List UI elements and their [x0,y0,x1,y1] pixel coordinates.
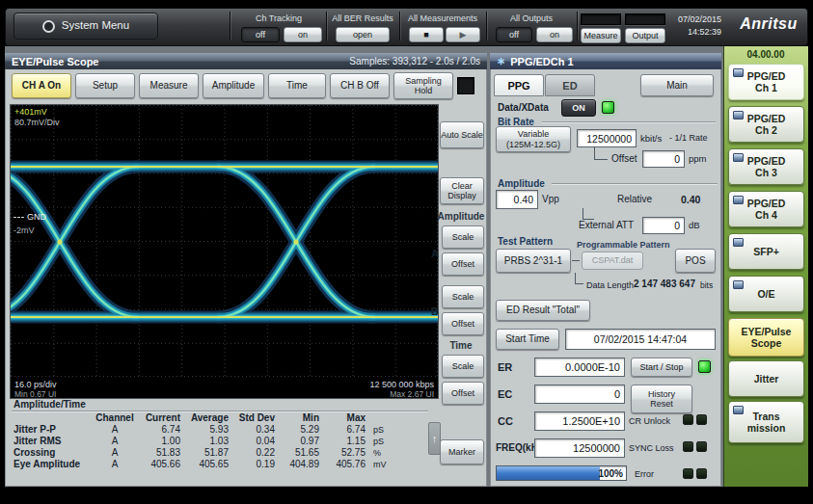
main-button[interactable]: Main [640,74,714,96]
all-outputs-on-button[interactable]: on [536,27,573,42]
scope-volts-per-div-readout: 80.7mV/Div [14,119,60,127]
amplitude-value-field[interactable]: 0.40 [496,190,538,209]
ch-tracking-label: Ch Tracking [235,14,322,23]
all-measurements-stop-button[interactable]: ■ [409,27,444,42]
pattern-file-button[interactable]: CSPAT.dat [582,252,643,270]
er-label: ER [498,362,512,373]
amplitude-unit-label: Vpp [542,195,559,204]
bit-rate-value-field[interactable]: 12500000 [577,129,637,147]
cell: 51.65 [278,448,322,458]
cell: 1.03 [183,437,231,446]
pos-button[interactable]: POS [675,249,716,273]
scope-amplitude-button[interactable]: Amplitude [203,73,264,98]
eye-scope-display: +401mV 80.7mV/Div GND -2mV 16.0 ps/div M… [10,104,439,399]
channel-icon [733,196,744,204]
scope-panel-title: EYE/Pulse Scope [12,56,98,67]
start-stop-button[interactable]: Start / Stop [631,358,692,377]
cc-label: CC [498,416,513,427]
sidebar-item-ppg-ed-ch3[interactable]: PPG/ED Ch 3 [728,148,804,185]
cell: 5.29 [278,425,322,435]
channel-icon [733,68,744,77]
measure-button[interactable]: Measure [581,28,621,43]
all-outputs-off-button[interactable]: off [496,27,532,42]
prbs-pattern-button[interactable]: PRBS 2^31-1 [496,249,571,273]
er-field: 0.0000E-10 [534,358,625,377]
sidebar-item-ppg-ed-ch2[interactable]: PPG/ED Ch 2 [728,106,804,143]
cr-unlock-label: CR Unlock [629,417,670,426]
progress-fill [497,466,600,480]
ber-results-label: All BER Results [328,14,397,23]
history-reset-button[interactable]: History Reset [631,385,692,413]
output-button[interactable]: Output [625,28,665,43]
ch-a-on-button[interactable]: CH A On [12,73,71,98]
eye-diagram [11,105,438,377]
sidebar-item-transmission[interactable]: Trans mission [728,401,804,443]
cell: 405.76 [322,460,368,469]
marker-button[interactable]: Marker [440,439,484,464]
sidebar-item-jitter[interactable]: Jitter [728,360,804,397]
tab-ed[interactable]: ED [545,74,595,96]
ber-results-open-button[interactable]: open [336,27,390,42]
clear-display-button[interactable]: Clear Display [440,177,484,204]
clock-rate-label: - 1/1 Rate [669,134,708,143]
bit-rate-offset-field[interactable]: 0 [642,150,685,168]
auto-scale-button[interactable]: Auto Scale [440,121,484,148]
table-divider [12,411,428,411]
external-att-field[interactable]: 0 [642,217,685,234]
sampling-hold-button[interactable]: Sampling Hold [393,72,453,99]
sidebar-item-oe[interactable]: O/E [728,276,804,312]
sidebar-item-eye-pulse-scope[interactable]: EYE/Pulse Scope [728,318,804,357]
ch-b-off-button[interactable]: CH B Off [330,73,390,98]
sidebar-item-ppg-ed-ch1[interactable]: PPG/ED Ch 1 [728,64,804,100]
ch-tracking-off-button[interactable]: off [241,27,280,42]
bit-rate-unit-label: kbit/s [640,134,662,144]
tab-ppg[interactable]: PPG [494,74,544,96]
start-time-button[interactable]: Start Time [496,329,559,350]
table-scroll-up-button[interactable]: ↑ [428,422,441,455]
offset-connector [594,147,608,160]
sync-loss-label: SYNC Loss [629,444,674,453]
cell: % [368,449,393,458]
scope-measure-button[interactable]: Measure [139,73,199,98]
bit-rate-offset-label: Offset [611,154,637,164]
cell: 1.00 [135,437,183,446]
amplitude-scale-b-button[interactable]: Scale [442,285,484,308]
time-offset-button[interactable]: Offset [442,382,484,405]
error-led-2 [696,468,707,479]
all-measurements-start-button[interactable]: ▶ [446,27,480,42]
cr-unlock-led-2 [696,414,707,425]
system-menu-button[interactable]: System Menu [14,13,158,40]
system-menu-label: System Menu [62,19,129,32]
amplitude-scale-a-button[interactable]: Scale [442,225,484,249]
amplitude-offset-b-button[interactable]: Offset [442,312,484,335]
sidebar-item-sfp[interactable]: SFP+ [728,233,804,270]
ed-result-total-button[interactable]: ED Result "Total" [496,300,590,321]
bit-rate-variable-button[interactable]: Variable (125M-12.5G) [496,126,571,152]
data-xdata-on-button[interactable]: ON [561,99,596,117]
ch-tracking-on-button[interactable]: on [284,27,322,42]
amplitude-offset-a-button[interactable]: Offset [442,252,484,276]
error-led-1 [683,468,693,479]
system-menu-icon [42,20,55,33]
scope-bitrate-readout: 12 500 000 kbps [369,381,434,389]
header-cell: Current [135,413,183,423]
date-text: 07/02/2015 [678,13,721,26]
ppg-panel-title: PPG/EDCh 1 [510,56,573,67]
sidebar-item-ppg-ed-ch4[interactable]: PPG/ED Ch 4 [728,191,804,227]
sidebar-item-label: PPG/ED Ch 4 [747,198,786,221]
sidebar-item-label: Jitter [754,373,779,385]
progress-percent: 100% [598,468,623,479]
data-length-value: 2 147 483 647 [634,279,695,289]
cell: 0.19 [231,460,278,469]
cell: 51.87 [183,448,231,458]
time-scale-button[interactable]: Scale [442,355,484,378]
relative-label: Relative [617,195,652,204]
start-time-field: 07/02/2015 14:47:04 [565,329,716,350]
scope-time-button[interactable]: Time [268,73,326,98]
topbar-separator [326,12,327,40]
cell: 0.97 [278,437,322,446]
setup-button[interactable]: Setup [75,73,135,98]
cell: Crossing [12,448,95,458]
table-row: Jitter RMS A 1.00 1.03 0.04 0.97 1.15 pS [12,436,428,447]
status-box-2 [625,13,665,25]
